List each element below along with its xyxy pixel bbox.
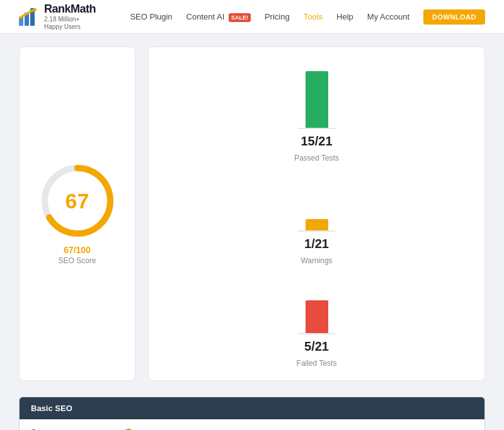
logo: RankMath 2.18 Million+ Happy Users [19,3,96,31]
failed-bar-wrap [298,265,336,334]
nav-tools[interactable]: Tools [304,12,323,21]
score-number: 67 [66,188,89,212]
logo-icon [19,8,39,26]
stat-passed: 15/21 Passed Tests [294,60,339,162]
passed-num: 15/21 [301,134,332,149]
warnings-num: 1/21 [304,237,329,251]
stat-failed: 5/21 Failed Tests [297,265,337,368]
stat-warnings: 1/21 Warnings [298,162,336,265]
logo-text: RankMath 2.18 Million+ Happy Users [44,3,96,31]
warnings-bar-wrap [298,162,336,232]
score-sublabel: SEO Score [58,256,96,265]
header: RankMath 2.18 Million+ Happy Users SEO P… [0,0,504,34]
main-content: 67 67/100 SEO Score 15/21 Passed Tests 1… [0,34,504,430]
basic-seo-section: Basic SEO Common Keywords ? ! Here are t… [19,397,485,430]
failed-bar [306,300,328,333]
passed-bar [306,71,328,128]
warnings-bar [306,219,328,230]
nav-help[interactable]: Help [336,12,353,21]
nav-my-account[interactable]: My Account [367,12,410,21]
row-common-keywords: Common Keywords ? ! Here are the most co… [20,419,484,430]
gauge-center: 67 [66,188,89,213]
stats-card: 15/21 Passed Tests 1/21 Warnings 5/21 Fa… [148,47,485,381]
gauge-wrap: 67 [40,163,115,239]
passed-bar-wrap [298,60,336,129]
basic-seo-header: Basic SEO [20,397,484,419]
download-button[interactable]: DOWNLOAD [423,9,485,25]
logo-sub: 2.18 Million+ Happy Users [44,16,96,31]
seo-score-card: 67 67/100 SEO Score [19,47,135,381]
nav-seo-plugin[interactable]: SEO Plugin [130,12,172,21]
passed-label: Passed Tests [294,154,339,162]
nav-pricing[interactable]: Pricing [265,12,290,21]
main-nav: SEO Plugin Content AI SALE! Pricing Tool… [130,9,485,25]
failed-num: 5/21 [304,339,329,354]
score-label: 67/100 [64,245,91,255]
failed-label: Failed Tests [297,359,337,368]
warnings-label: Warnings [301,256,332,265]
logo-name: RankMath [44,3,96,16]
nav-content-ai[interactable]: Content AI SALE! [186,12,251,21]
sale-badge: SALE! [229,13,251,22]
score-section: 67 67/100 SEO Score 15/21 Passed Tests 1… [19,47,485,381]
